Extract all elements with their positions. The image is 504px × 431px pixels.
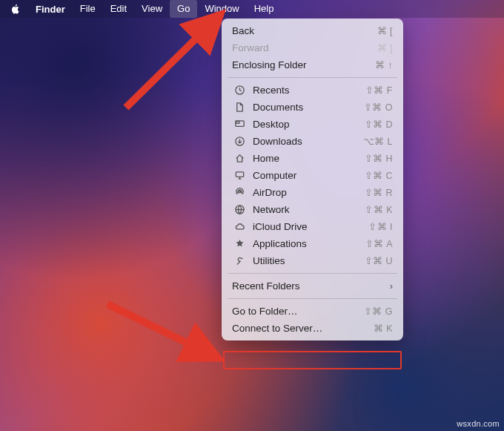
menu-item-computer[interactable]: Computer ⇧⌘ C (222, 167, 403, 184)
menu-label: Connect to Server… (232, 323, 374, 334)
menu-separator (228, 273, 397, 274)
annotation-arrow-bottom (96, 293, 237, 389)
menu-item-airdrop[interactable]: AirDrop ⇧⌘ R (222, 184, 403, 201)
menu-item-downloads[interactable]: Downloads ⌥⌘ L (222, 133, 403, 150)
menu-item-utilities[interactable]: Utilities ⇧⌘ U (222, 252, 403, 269)
menu-item-home[interactable]: Home ⇧⌘ H (222, 150, 403, 167)
menu-label: Enclosing Folder (232, 59, 375, 70)
menubar-item-file[interactable]: File (73, 0, 103, 18)
svg-point-5 (239, 191, 240, 192)
menu-shortcut: ⇧⌘ I (368, 221, 393, 232)
menu-item-network[interactable]: Network ⇧⌘ K (222, 201, 403, 218)
menubar-item-view[interactable]: View (134, 0, 170, 18)
menubar-item-help[interactable]: Help (247, 0, 282, 18)
menu-shortcut: ⇧⌘ H (365, 153, 394, 164)
menu-shortcut: ⇧⌘ O (364, 102, 393, 113)
menu-item-connect-to-server[interactable]: Connect to Server… ⌘ K (222, 320, 403, 337)
svg-line-7 (126, 14, 221, 108)
menu-label: Computer (253, 170, 365, 181)
menu-item-icloud-drive[interactable]: iCloud Drive ⇧⌘ I (222, 218, 403, 235)
svg-rect-2 (236, 122, 239, 124)
applications-icon (232, 238, 247, 249)
menu-label: Recent Folders (232, 280, 390, 292)
menu-label: Documents (253, 102, 364, 113)
menu-item-desktop[interactable]: Desktop ⇧⌘ D (222, 116, 403, 133)
menu-label: Downloads (253, 136, 363, 147)
menu-item-forward: Forward ⌘ ] (222, 39, 403, 56)
menu-shortcut: ⌘ ] (377, 42, 393, 53)
home-icon (232, 153, 247, 164)
apple-icon (10, 4, 21, 14)
computer-icon (232, 170, 247, 181)
menu-label: Go to Folder… (232, 306, 364, 317)
menu-label: Home (253, 153, 365, 164)
watermark: wsxdn.com (457, 419, 500, 428)
menubar-item-go[interactable]: Go (170, 0, 197, 18)
document-icon (232, 102, 247, 113)
cloud-icon (232, 221, 247, 232)
menu-shortcut: ⇧⌘ F (365, 85, 393, 96)
menu-label: Forward (232, 42, 377, 53)
clock-icon (232, 85, 247, 96)
menu-label: Desktop (253, 119, 365, 130)
menu-label: Network (253, 204, 365, 215)
menu-shortcut: ⇧⌘ D (365, 119, 394, 130)
desktop-background: Finder File Edit View Go Window Help Bac… (0, 0, 504, 431)
menu-label: Recents (253, 85, 365, 96)
menu-shortcut: ⇧⌘ U (365, 255, 394, 266)
annotation-highlight (223, 351, 402, 369)
menu-label: iCloud Drive (253, 221, 368, 232)
menu-shortcut: ⌘ K (374, 323, 393, 334)
menu-label: AirDrop (253, 187, 365, 198)
menu-label: Applications (253, 238, 365, 249)
airdrop-icon (232, 187, 247, 198)
menu-item-back[interactable]: Back ⌘ [ (222, 22, 403, 39)
menu-separator (228, 77, 397, 78)
menu-shortcut: ⇧⌘ G (364, 306, 393, 317)
network-icon (232, 204, 247, 215)
menu-item-applications[interactable]: Applications ⇧⌘ A (222, 235, 403, 252)
menu-item-enclosing-folder[interactable]: Enclosing Folder ⌘ ↑ (222, 56, 403, 73)
svg-rect-4 (236, 172, 243, 177)
menu-shortcut: ⇧⌘ A (365, 238, 393, 249)
menubar-item-edit[interactable]: Edit (103, 0, 134, 18)
menu-item-documents[interactable]: Documents ⇧⌘ O (222, 99, 403, 116)
menu-shortcut: ⇧⌘ C (365, 170, 394, 181)
menu-item-go-to-folder[interactable]: Go to Folder… ⇧⌘ G (222, 303, 403, 320)
menu-shortcut: ⌥⌘ L (363, 136, 393, 147)
utilities-icon (232, 255, 247, 266)
menu-shortcut: ⌘ ↑ (375, 59, 393, 70)
menu-shortcut: ⇧⌘ R (365, 187, 394, 198)
menu-shortcut: ⌘ [ (377, 25, 393, 36)
menubar-item-window[interactable]: Window (197, 0, 246, 18)
app-name[interactable]: Finder (28, 4, 73, 15)
chevron-right-icon: › (390, 280, 393, 292)
menu-item-recent-folders[interactable]: Recent Folders › (222, 277, 403, 295)
menu-separator (228, 298, 397, 299)
menu-item-recents[interactable]: Recents ⇧⌘ F (222, 82, 403, 99)
menubar: Finder File Edit View Go Window Help (0, 0, 504, 18)
desktop-icon (232, 119, 247, 130)
download-icon (232, 136, 247, 147)
apple-menu[interactable] (7, 4, 28, 14)
svg-line-8 (107, 304, 219, 358)
go-menu-dropdown: Back ⌘ [ Forward ⌘ ] Enclosing Folder ⌘ … (222, 19, 403, 340)
menu-label: Back (232, 25, 377, 36)
menu-label: Utilities (253, 255, 365, 266)
menu-shortcut: ⇧⌘ K (365, 204, 393, 215)
